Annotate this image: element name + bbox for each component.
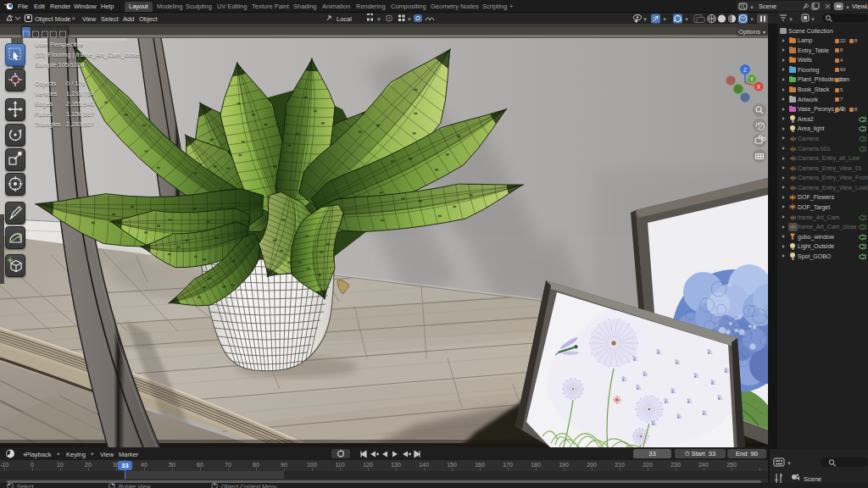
svg-text:▼: ▼ bbox=[662, 17, 667, 22]
svg-text:▼: ▼ bbox=[22, 452, 27, 458]
svg-text:▼: ▼ bbox=[787, 461, 792, 466]
svg-text:▼: ▼ bbox=[684, 17, 689, 22]
svg-text:Z: Z bbox=[743, 67, 748, 73]
svg-text:▼: ▼ bbox=[845, 4, 850, 9]
svg-text:▼: ▼ bbox=[376, 17, 381, 22]
svg-text:▼: ▼ bbox=[749, 17, 754, 22]
svg-text:X: X bbox=[757, 84, 761, 90]
svg-text:▼: ▼ bbox=[407, 17, 412, 22]
svg-text:▼: ▼ bbox=[643, 17, 648, 22]
svg-text:Y: Y bbox=[750, 76, 754, 82]
svg-text:▼: ▼ bbox=[788, 17, 793, 22]
svg-text:▼: ▼ bbox=[810, 17, 815, 22]
svg-text:▼: ▼ bbox=[749, 4, 754, 9]
